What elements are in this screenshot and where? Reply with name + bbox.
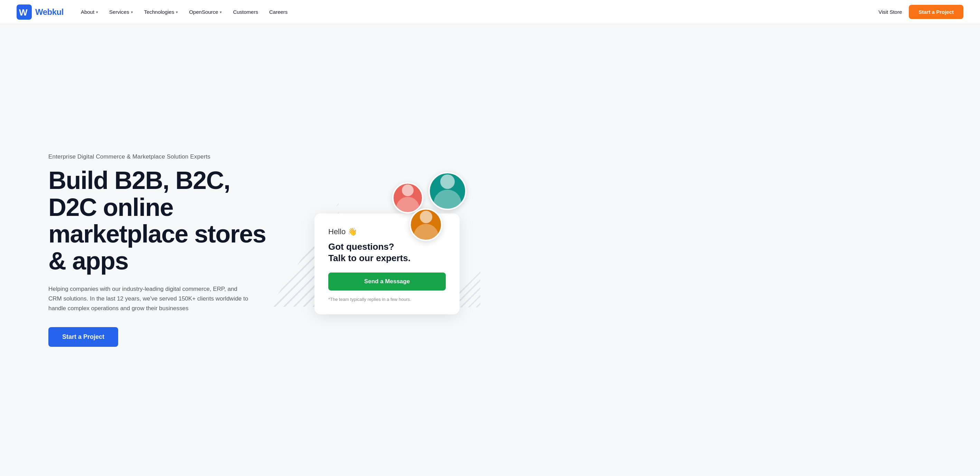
svg-text:W: W <box>19 7 28 17</box>
chat-card: Hello 👋 Got questions? Talk to our exper… <box>315 213 460 314</box>
avatar-3 <box>409 208 442 241</box>
nav-right: Visit Store Start a Project <box>878 5 963 19</box>
send-message-button[interactable]: Send a Message <box>328 273 446 290</box>
nav-item-customers[interactable]: Customers <box>228 6 263 17</box>
start-project-button-nav[interactable]: Start a Project <box>909 5 963 19</box>
avatar-1 <box>428 172 466 210</box>
chevron-down-icon: ▾ <box>96 10 98 14</box>
hero-headline: Build B2B, B2C, D2C online marketplace s… <box>48 167 283 274</box>
start-project-button-hero[interactable]: Start a Project <box>48 327 118 347</box>
webkul-logo-icon: W <box>17 5 32 20</box>
avatar-2 <box>392 182 423 213</box>
nav-item-opensource[interactable]: OpenSource ▾ <box>184 6 227 17</box>
brand-name: Webkul <box>35 7 64 17</box>
chat-question: Got questions? Talk to our experts. <box>328 241 446 263</box>
nav-links: About ▾ Services ▾ Technologies ▾ OpenSo… <box>76 6 878 17</box>
chat-card-avatars <box>383 172 473 241</box>
chevron-down-icon: ▾ <box>220 10 222 14</box>
chevron-down-icon: ▾ <box>176 10 178 14</box>
nav-item-technologies[interactable]: Technologies ▾ <box>139 6 183 17</box>
hero-left: Enterprise Digital Commerce & Marketplac… <box>48 153 283 347</box>
hero-section: Enterprise Digital Commerce & Marketplac… <box>0 24 980 476</box>
nav-item-about[interactable]: About ▾ <box>76 6 103 17</box>
chevron-down-icon: ▾ <box>131 10 133 14</box>
nav-item-services[interactable]: Services ▾ <box>104 6 138 17</box>
nav-item-careers[interactable]: Careers <box>264 6 292 17</box>
hero-description: Helping companies with our industry-lead… <box>48 284 249 313</box>
hero-tagline: Enterprise Digital Commerce & Marketplac… <box>48 153 283 160</box>
navbar: W Webkul About ▾ Services ▾ Technologies… <box>0 0 980 24</box>
visit-store-link[interactable]: Visit Store <box>878 9 902 15</box>
logo[interactable]: W Webkul <box>17 5 64 20</box>
chat-footnote: *The team typically replies in a few hou… <box>328 297 446 302</box>
hero-right: Hello 👋 Got questions? Talk to our exper… <box>304 186 470 314</box>
